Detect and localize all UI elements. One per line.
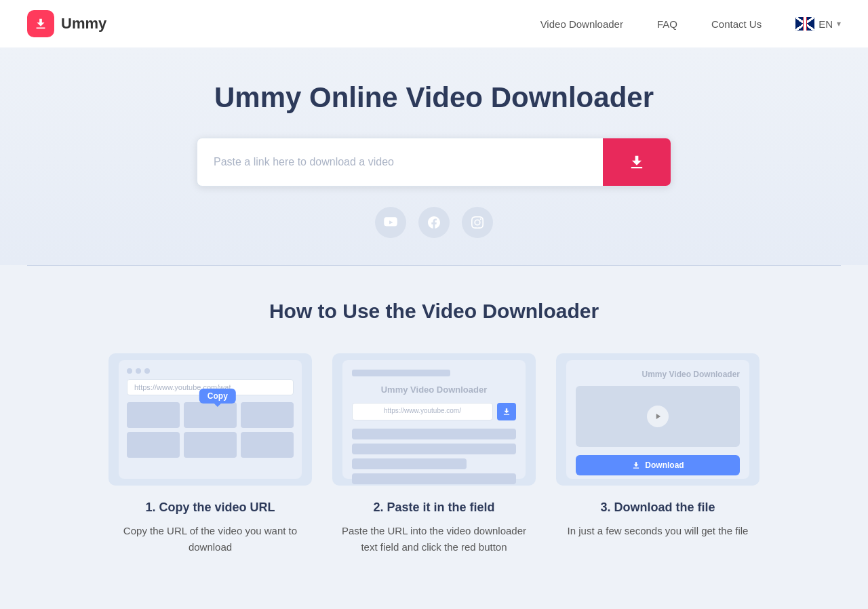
step1-thumb-grid (127, 402, 294, 458)
nav-faq[interactable]: FAQ (657, 18, 677, 30)
facebook-icon[interactable] (418, 207, 450, 238)
step2-topbar (352, 370, 450, 376)
step-1-card: https://www.youtube.com/wat Copy 1. Copy… (108, 353, 312, 555)
download-arrow-icon (627, 153, 646, 172)
youtube-icon[interactable] (375, 207, 406, 238)
dot-3 (144, 368, 150, 374)
language-selector[interactable]: EN ▾ (795, 17, 841, 31)
instagram-svg (471, 216, 484, 229)
step3-dl-btn: Download (576, 455, 740, 475)
step3-dl-label: Download (645, 460, 684, 470)
download-button[interactable] (603, 138, 671, 186)
copy-tooltip: Copy (199, 389, 236, 404)
step3-dl-icon (631, 460, 641, 470)
dot-2 (136, 368, 141, 374)
logo-text: Ummy (61, 15, 106, 33)
step-3-image: Ummy Video Downloader Download (556, 353, 760, 486)
logo-icon (27, 10, 54, 37)
thumb-2 (184, 402, 237, 428)
step2-row-1 (352, 429, 516, 439)
chevron-down-icon: ▾ (837, 19, 841, 28)
step2-row-3 (352, 458, 467, 469)
step3-mock: Ummy Video Downloader Download (566, 360, 749, 479)
step-1-desc: Copy the URL of the video you want to do… (108, 523, 312, 555)
facebook-svg (428, 216, 440, 229)
thumb-6 (241, 432, 294, 458)
hero-title: Ummy Online Video Downloader (14, 81, 854, 114)
thumb-5 (184, 432, 237, 458)
nav-video-downloader[interactable]: Video Downloader (540, 18, 623, 30)
logo[interactable]: Ummy (27, 10, 106, 37)
step2-mock: Ummy Video Downloader https://www.youtub… (342, 360, 526, 479)
hero-section: Ummy Online Video Downloader (0, 47, 868, 265)
step2-rows (352, 429, 516, 484)
thumb-4 (127, 432, 180, 458)
step2-row-2 (352, 444, 516, 454)
step3-video-preview (576, 386, 740, 447)
step2-download-btn (497, 403, 516, 420)
youtube-svg (384, 216, 397, 229)
step-1-number: 1. Copy the video URL (108, 500, 312, 515)
lang-label: EN (818, 18, 833, 30)
step2-dl-icon (502, 407, 511, 416)
how-to-section: How to Use the Video Downloader https://… (0, 266, 868, 596)
step-2-desc: Paste the URL into the video downloader … (332, 523, 536, 555)
step-3-number: 3. Download the file (556, 500, 760, 515)
dot-1 (127, 368, 132, 374)
step-2-image: Ummy Video Downloader https://www.youtub… (332, 353, 536, 486)
step-2-number: 2. Paste it in the field (332, 500, 536, 515)
step2-row-4 (352, 473, 516, 484)
thumb-3 (241, 402, 294, 428)
step2-input-row: https://www.youtube.com/ (352, 403, 516, 420)
how-to-title: How to Use the Video Downloader (27, 300, 841, 323)
nav-contact-us[interactable]: Contact Us (711, 18, 762, 30)
play-button-circle (647, 406, 669, 427)
thumb-1 (127, 402, 180, 428)
play-icon (653, 412, 663, 421)
instagram-icon[interactable] (462, 207, 493, 238)
step3-app-title: Ummy Video Downloader (576, 370, 740, 379)
step2-url-input: https://www.youtube.com/ (352, 403, 493, 420)
flag-uk-icon (795, 17, 814, 31)
step-1-image: https://www.youtube.com/wat Copy (108, 353, 312, 486)
navbar: Ummy Video Downloader FAQ Contact Us EN … (0, 0, 868, 47)
mock-dots (127, 368, 294, 374)
search-bar (197, 138, 671, 186)
step2-app-title: Ummy Video Downloader (352, 385, 516, 395)
url-input[interactable] (197, 138, 603, 186)
step-3-card: Ummy Video Downloader Download (556, 353, 760, 555)
step-3-desc: In just a few seconds you will get the f… (556, 523, 760, 539)
download-icon (33, 16, 48, 31)
nav-links: Video Downloader FAQ Contact Us EN ▾ (540, 17, 841, 31)
step-2-card: Ummy Video Downloader https://www.youtub… (332, 353, 536, 555)
social-icons (14, 207, 854, 238)
steps-grid: https://www.youtube.com/wat Copy 1. Copy… (27, 353, 841, 555)
step1-mock: https://www.youtube.com/wat Copy (119, 360, 302, 479)
